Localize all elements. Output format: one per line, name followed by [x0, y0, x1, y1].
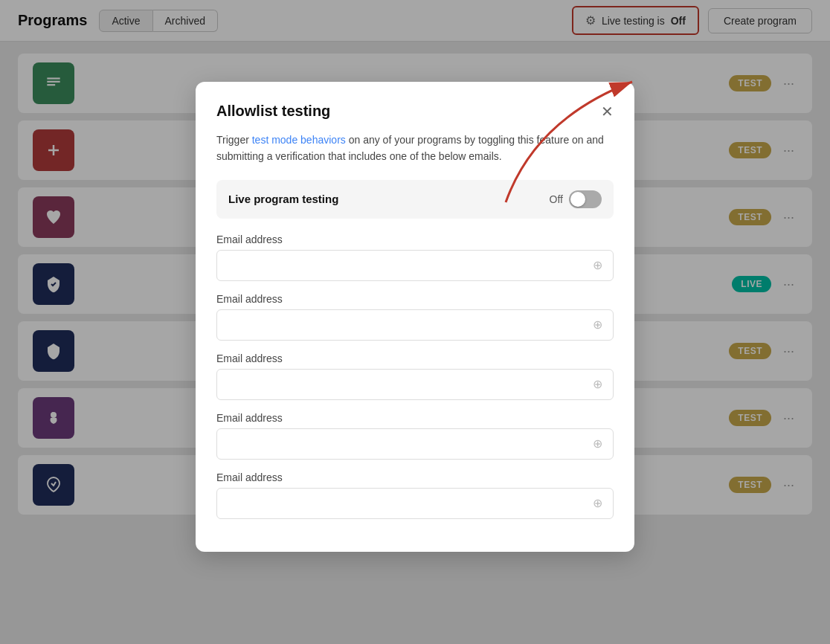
toggle-label: Live program testing [228, 193, 338, 205]
email-clear-button-5[interactable]: ⊕ [591, 495, 604, 512]
toggle-knob [570, 192, 585, 207]
email-section-2: Email address ⊕ [216, 293, 614, 341]
allowlist-testing-modal: Allowlist testing ✕ Trigger test mode be… [196, 82, 634, 552]
email-input-wrap: ⊕ [216, 488, 614, 519]
email-input-2[interactable] [226, 319, 591, 331]
email-clear-button-4[interactable]: ⊕ [591, 435, 604, 452]
email-section-4: Email address ⊕ [216, 412, 614, 460]
email-input-wrap: ⊕ [216, 369, 614, 400]
email-input-4[interactable] [226, 438, 591, 450]
email-clear-button-2[interactable]: ⊕ [591, 316, 604, 333]
email-label: Email address [216, 352, 614, 364]
email-input-wrap: ⊕ [216, 250, 614, 281]
email-label: Email address [216, 412, 614, 424]
email-label: Email address [216, 234, 614, 245]
live-program-testing-row: Live program testing Off [216, 180, 614, 219]
email-clear-button-3[interactable]: ⊕ [591, 376, 604, 393]
test-mode-link[interactable]: test mode behaviors [252, 134, 346, 146]
modal-header: Allowlist testing ✕ [216, 103, 614, 120]
modal-close-button[interactable]: ✕ [601, 104, 614, 119]
email-input-5[interactable] [226, 498, 591, 509]
email-input-1[interactable] [226, 260, 591, 271]
email-section-5: Email address ⊕ [216, 471, 614, 519]
email-section-1: Email address ⊕ [216, 234, 614, 281]
modal-overlay[interactable]: Allowlist testing ✕ Trigger test mode be… [0, 0, 830, 644]
toggle-state-label: Off [550, 193, 563, 205]
email-input-3[interactable] [226, 379, 591, 390]
modal-description: Trigger test mode behaviors on any of yo… [216, 132, 614, 165]
email-label: Email address [216, 471, 614, 483]
email-label: Email address [216, 293, 614, 305]
email-input-wrap: ⊕ [216, 309, 614, 341]
email-clear-button-1[interactable]: ⊕ [591, 257, 604, 274]
live-testing-toggle[interactable] [569, 190, 602, 208]
modal-title: Allowlist testing [216, 103, 330, 120]
email-section-3: Email address ⊕ [216, 352, 614, 400]
email-input-wrap: ⊕ [216, 428, 614, 460]
